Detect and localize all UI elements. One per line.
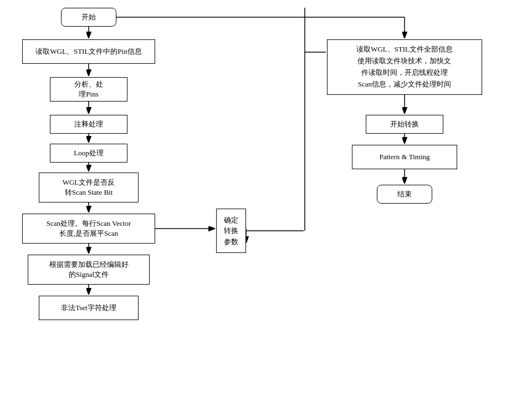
tset-box: 非法Tset字符处理 [39, 296, 139, 320]
analyze-pins-box: 分析、处理Pins [50, 77, 127, 102]
signal-load-box: 根据需要加载已经编辑好的Signal文件 [28, 255, 150, 285]
read-all-box: 读取WGL、STIL文件全部信息使用读取文件块技术，加快文件读取时间，开启线程处… [327, 39, 482, 95]
pattern-timing-box: Pattern & Timing [352, 145, 457, 169]
start-convert-box: 开始转换 [366, 115, 443, 134]
read-pin-box: 读取WGL、STIL文件中的Pin信息 [22, 39, 155, 64]
scan-process-box: Scan处理。每行Scan Vector长度,是否展平Scan [22, 214, 155, 244]
loop-box: Loop处理 [50, 144, 127, 163]
diagram-container: 开始 读取WGL、STIL文件中的Pin信息 分析、处理Pins 注释处理 Lo… [11, 3, 521, 392]
comment-box: 注释处理 [50, 115, 127, 134]
wgl-check-box: WGL文件是否反转Scan State Bit [39, 173, 139, 202]
start-box: 开始 [61, 8, 116, 27]
confirm-params-box: 确定转换参数 [216, 209, 246, 253]
end-box: 结束 [377, 185, 432, 204]
